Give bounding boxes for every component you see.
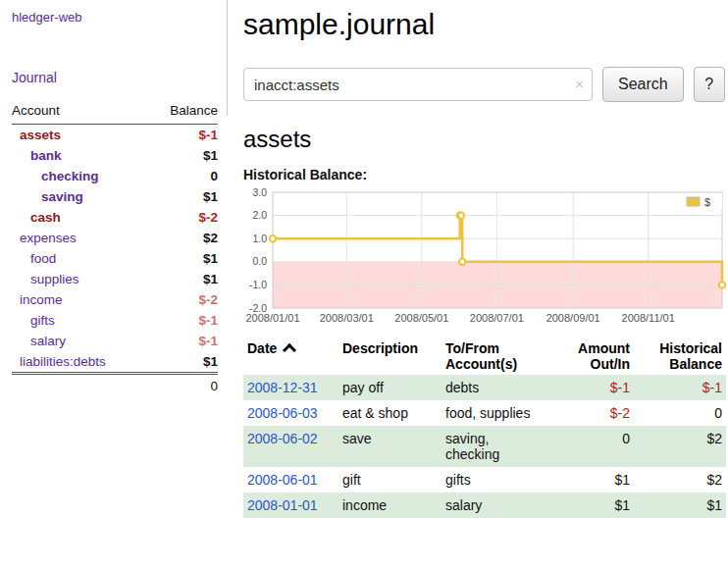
search-bar: × Search ? — [243, 67, 728, 102]
account-heading: assets — [243, 126, 728, 153]
accounts-total-row: 0 — [12, 374, 218, 397]
accounts-body: assets$-1bank$1checking0saving$1cash$-2e… — [12, 125, 218, 374]
legend-label: $ — [704, 196, 710, 208]
data-point-marker — [458, 212, 464, 218]
svg-text:2.0: 2.0 — [252, 209, 267, 221]
register-header-accounts: To/From Account(s) — [442, 337, 549, 375]
transaction-accounts: food, supplies — [442, 400, 549, 426]
transaction-amount: $1 — [549, 493, 634, 518]
transaction-date-link[interactable]: 2008-06-03 — [247, 405, 318, 421]
transaction-description: gift — [338, 467, 442, 493]
data-point-marker — [719, 282, 725, 287]
account-balance: $1 — [148, 351, 218, 374]
account-balance: $-2 — [148, 207, 218, 228]
transaction-description: income — [338, 493, 442, 518]
chart-svg: $3.02.01.00.0-1.0-2.02008/01/012008/03/0… — [243, 186, 726, 328]
register-body: 2008-12-31pay offdebts$-1$-12008-06-03ea… — [243, 375, 726, 518]
account-link[interactable]: gifts — [30, 313, 55, 328]
account-row: saving$1 — [12, 186, 218, 207]
svg-text:2008/09/01: 2008/09/01 — [546, 312, 600, 324]
register-row: 2008-06-01giftgifts$1$2 — [243, 467, 726, 493]
register-header-date[interactable]: Date — [243, 337, 338, 375]
svg-text:0.0: 0.0 — [252, 255, 267, 267]
transaction-date-link[interactable]: 2008-12-31 — [247, 380, 318, 395]
account-row: supplies$1 — [12, 269, 218, 289]
svg-text:1.0: 1.0 — [252, 233, 267, 244]
account-balance: $-1 — [148, 310, 218, 331]
account-balance: $1 — [148, 186, 218, 207]
account-link[interactable]: saving — [41, 189, 83, 204]
data-point-marker — [270, 235, 276, 241]
clear-search-icon[interactable]: × — [575, 77, 584, 91]
register-row: 2008-06-02savesaving, checking0$2 — [243, 426, 726, 467]
account-balance: $1 — [148, 145, 218, 166]
register-table: Date Description To/From Account(s) Amou… — [243, 337, 726, 518]
transaction-date-link[interactable]: 2008-01-01 — [247, 497, 318, 513]
transaction-amount: $-1 — [549, 375, 634, 400]
sidebar: hledger-web Journal Account Balance asse… — [0, 0, 228, 571]
register-header-balance: Historical Balance — [634, 337, 726, 375]
sort-ascending-icon — [283, 343, 296, 357]
data-point-marker — [459, 259, 465, 265]
account-balance: $-2 — [148, 289, 218, 310]
transaction-date-link[interactable]: 2008-06-02 — [247, 431, 318, 446]
transaction-accounts: gifts — [442, 467, 549, 493]
svg-text:3.0: 3.0 — [252, 186, 267, 198]
transaction-date-link[interactable]: 2008-06-01 — [247, 472, 318, 488]
account-link[interactable]: cash — [30, 210, 61, 225]
transaction-accounts: salary — [442, 493, 549, 518]
transaction-amount: $-2 — [549, 400, 634, 426]
account-link[interactable]: checking — [41, 169, 99, 183]
main-content: sample.journal × Search ? assets Histori… — [243, 0, 728, 518]
account-link[interactable]: liabilities:debts — [20, 354, 106, 369]
transaction-description: eat & shop — [338, 400, 442, 426]
app-title-link[interactable]: hledger-web — [12, 10, 228, 25]
transaction-balance: $1 — [634, 493, 726, 518]
legend-swatch — [687, 197, 700, 206]
svg-text:2008/07/01: 2008/07/01 — [470, 312, 524, 324]
transaction-amount: $1 — [549, 467, 634, 493]
register-header-description: Description — [338, 337, 442, 375]
search-input[interactable] — [243, 68, 593, 101]
svg-text:2008/05/01: 2008/05/01 — [394, 312, 448, 324]
transaction-balance: $2 — [634, 426, 726, 467]
account-row: checking0 — [12, 166, 218, 186]
account-link[interactable]: expenses — [20, 231, 77, 245]
account-link[interactable]: food — [30, 251, 56, 266]
account-row: bank$1 — [12, 145, 218, 166]
account-link[interactable]: bank — [30, 148, 62, 163]
register-row: 2008-06-03eat & shopfood, supplies$-20 — [243, 400, 726, 426]
account-link[interactable]: assets — [20, 128, 61, 142]
accounts-table: Account Balance assets$-1bank$1checking0… — [12, 101, 218, 396]
svg-text:2008/03/01: 2008/03/01 — [320, 312, 374, 324]
transaction-amount: 0 — [549, 426, 634, 467]
accounts-header-balance: Balance — [148, 101, 218, 125]
transaction-balance: 0 — [634, 400, 726, 426]
account-balance: $-1 — [148, 125, 218, 146]
svg-text:-1.0: -1.0 — [249, 279, 267, 290]
sidebar-item-journal[interactable]: Journal — [12, 70, 228, 85]
transaction-balance: $-1 — [634, 375, 726, 400]
balance-chart[interactable]: $3.02.01.00.0-1.0-2.02008/01/012008/03/0… — [243, 186, 726, 328]
account-link[interactable]: supplies — [30, 272, 79, 286]
account-row: gifts$-1 — [12, 310, 218, 331]
account-balance: $1 — [148, 269, 218, 289]
svg-text:2008/11/01: 2008/11/01 — [622, 312, 675, 324]
account-link[interactable]: salary — [30, 334, 66, 348]
account-row: cash$-2 — [12, 207, 218, 228]
page-title: sample.journal — [243, 8, 728, 41]
register-header-date-label: Date — [247, 340, 277, 356]
account-row: assets$-1 — [12, 125, 218, 146]
help-button[interactable]: ? — [694, 67, 725, 102]
account-row: income$-2 — [12, 289, 218, 310]
register-row: 2008-12-31pay offdebts$-1$-1 — [243, 375, 726, 400]
account-balance: $2 — [148, 228, 218, 248]
account-balance: $1 — [148, 248, 218, 269]
account-link[interactable]: income — [20, 292, 63, 307]
account-row: liabilities:debts$1 — [12, 351, 218, 374]
search-button[interactable]: Search — [602, 67, 684, 102]
transaction-balance: $2 — [634, 467, 726, 493]
account-row: salary$-1 — [12, 331, 218, 351]
account-balance: 0 — [148, 166, 218, 186]
account-row: expenses$2 — [12, 228, 218, 248]
